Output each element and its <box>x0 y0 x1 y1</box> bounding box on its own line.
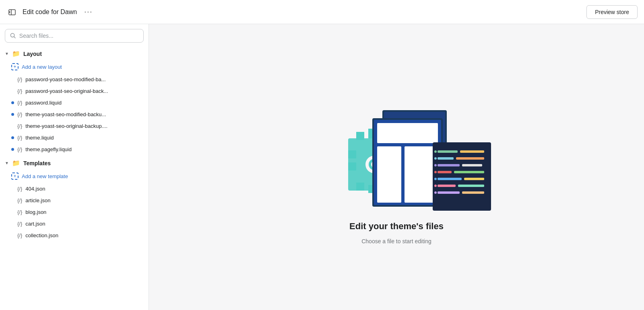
svg-rect-3 <box>356 132 364 140</box>
file-name: theme-yoast-seo-modified-backu... <box>25 111 106 117</box>
welcome-title-area: Edit your theme's files <box>349 221 444 232</box>
file-code-icon: {/} <box>17 146 22 152</box>
add-template-button[interactable]: + Add a new template <box>0 169 149 183</box>
svg-rect-36 <box>458 185 484 187</box>
search-input[interactable] <box>19 33 138 39</box>
templates-chevron: ▼ <box>5 161 9 165</box>
templates-section-header[interactable]: ▼ 📁 Templates <box>0 155 149 169</box>
theme-illustration <box>296 90 497 215</box>
svg-point-44 <box>434 185 437 187</box>
file-name: password-yoast-seo-original-back... <box>25 88 108 94</box>
svg-rect-37 <box>438 191 460 194</box>
svg-rect-29 <box>438 164 460 166</box>
file-item[interactable]: {/} password-yoast-seo-original-back... <box>0 85 149 97</box>
file-code-icon: {/} <box>17 111 22 117</box>
svg-rect-26 <box>460 150 484 153</box>
svg-point-39 <box>434 150 437 153</box>
svg-point-41 <box>434 164 437 166</box>
svg-rect-7 <box>348 150 356 158</box>
svg-rect-28 <box>456 157 484 160</box>
file-item[interactable]: {/} article.json <box>0 195 149 206</box>
modified-dot <box>11 101 14 104</box>
sidebar-list: ▼ 📁 Layout + Add a new layout {/} passwo… <box>0 46 149 310</box>
file-item[interactable]: {/} password-yoast-seo-modified-ba... <box>0 74 149 85</box>
file-name: article.json <box>25 197 50 203</box>
file-item[interactable]: {/} 404.json <box>0 183 149 195</box>
back-icon <box>8 8 16 16</box>
welcome-subtitle: Choose a file to start editing <box>361 238 431 244</box>
add-layout-label: Add a new layout <box>22 64 62 70</box>
search-box <box>5 29 144 43</box>
layout-section-header[interactable]: ▼ 📁 Layout <box>0 46 149 60</box>
svg-point-43 <box>434 178 437 180</box>
modified-dot <box>11 136 14 139</box>
file-name: cart.json <box>25 221 45 227</box>
svg-rect-9 <box>348 162 356 170</box>
add-template-icon: + <box>11 172 19 180</box>
svg-point-40 <box>434 157 437 160</box>
file-name: theme.liquid <box>25 135 54 141</box>
file-code-icon: {/} <box>17 100 22 106</box>
svg-rect-30 <box>462 164 482 166</box>
add-template-label: Add a new template <box>22 173 68 179</box>
layout-section-label: Layout <box>23 51 42 57</box>
file-code-icon: {/} <box>17 76 22 82</box>
file-code-icon: {/} <box>17 135 22 141</box>
svg-rect-35 <box>438 185 456 187</box>
svg-rect-38 <box>462 191 484 194</box>
file-name: 404.json <box>25 186 45 192</box>
welcome-title: Edit your theme's files <box>349 221 444 232</box>
file-item[interactable]: {/} blog.json <box>0 206 149 218</box>
file-code-icon: {/} <box>17 123 22 129</box>
templates-section-label: Templates <box>23 160 51 166</box>
file-name: password.liquid <box>25 100 62 106</box>
file-item[interactable]: {/} theme.liquid <box>0 132 149 144</box>
file-name: collection.json <box>25 232 58 238</box>
file-item[interactable]: {/} cart.json <box>0 218 149 230</box>
file-item[interactable]: {/} password.liquid <box>0 97 149 109</box>
add-layout-icon: + <box>11 63 19 70</box>
add-layout-button[interactable]: + Add a new layout <box>0 60 149 74</box>
file-code-icon: {/} <box>17 88 22 94</box>
svg-rect-32 <box>454 171 484 173</box>
welcome-box: Edit your theme's files Choose a file to… <box>296 90 497 244</box>
layout-chevron: ▼ <box>5 51 9 56</box>
svg-rect-34 <box>464 178 484 180</box>
file-item[interactable]: {/} theme-yoast-seo-original-backup.... <box>0 120 149 132</box>
back-button[interactable] <box>6 6 18 18</box>
svg-point-45 <box>434 191 437 194</box>
svg-rect-25 <box>438 150 458 153</box>
svg-rect-22 <box>377 146 401 203</box>
svg-rect-21 <box>377 123 438 143</box>
svg-rect-27 <box>438 157 454 160</box>
file-code-icon: {/} <box>17 186 22 192</box>
templates-folder-icon: 📁 <box>12 159 20 167</box>
file-item[interactable]: {/} collection.json <box>0 230 149 241</box>
file-name: password-yoast-seo-modified-ba... <box>25 76 105 82</box>
preview-store-button[interactable]: Preview store <box>586 5 638 19</box>
file-name: theme-yoast-seo-original-backup.... <box>25 123 107 129</box>
modified-dot <box>11 148 14 151</box>
file-name: theme.pagefly.liquid <box>25 146 72 152</box>
search-icon <box>10 33 16 39</box>
file-code-icon: {/} <box>17 197 22 203</box>
file-item[interactable]: {/} theme.pagefly.liquid <box>0 144 149 155</box>
more-options-button[interactable]: ··· <box>81 6 96 18</box>
file-item[interactable]: {/} theme-yoast-seo-modified-backu... <box>0 109 149 120</box>
layout-folder-icon: 📁 <box>12 50 20 57</box>
svg-rect-33 <box>438 178 462 180</box>
svg-rect-31 <box>438 171 452 173</box>
file-code-icon: {/} <box>17 209 22 215</box>
file-code-icon: {/} <box>17 221 22 227</box>
file-code-icon: {/} <box>17 232 22 238</box>
svg-point-42 <box>434 171 437 173</box>
svg-rect-11 <box>356 183 364 191</box>
file-name: blog.json <box>25 209 46 215</box>
page-title: Edit code for Dawn <box>23 8 77 16</box>
modified-dot <box>11 113 14 116</box>
main-content: Edit your theme's files Choose a file to… <box>149 24 644 310</box>
